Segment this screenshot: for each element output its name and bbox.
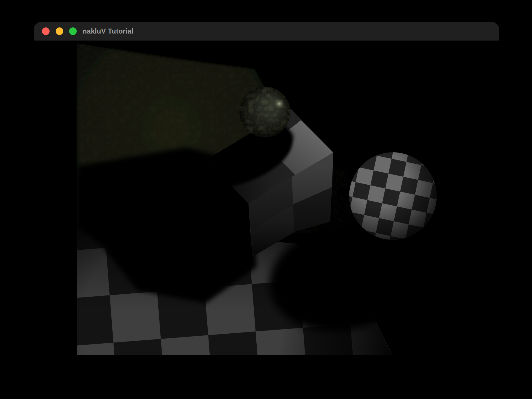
app-window: nakluV Tutorial (34, 22, 499, 355)
checkered-sphere-shading (349, 152, 437, 240)
vulkan-render-canvas (34, 41, 499, 355)
render-viewport[interactable] (34, 41, 499, 355)
specular-highlight (274, 99, 284, 109)
close-button-icon[interactable] (42, 27, 50, 35)
zoom-button-icon[interactable] (69, 27, 77, 35)
minimize-button-icon[interactable] (56, 27, 63, 35)
window-title: nakluV Tutorial (83, 27, 134, 35)
window-titlebar[interactable]: nakluV Tutorial (34, 22, 499, 41)
traffic-lights (38, 22, 79, 41)
desktop-background: nakluV Tutorial (0, 0, 532, 399)
checkered-sphere (349, 152, 437, 240)
